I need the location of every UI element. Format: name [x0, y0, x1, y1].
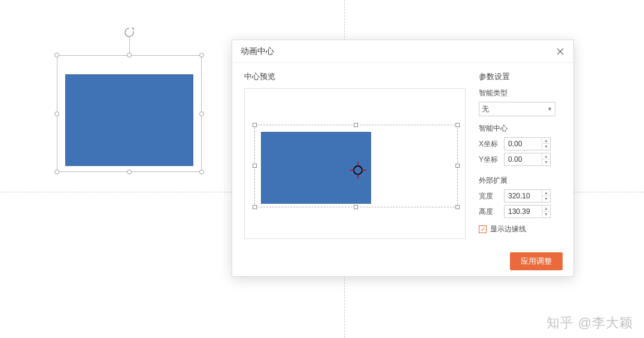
resize-handle-tl[interactable]	[54, 53, 59, 58]
w-spin-down[interactable]: ▼	[542, 196, 550, 202]
height-input[interactable]: 130.39 ▲▼	[504, 205, 551, 218]
width-input[interactable]: 320.10 ▲▼	[504, 189, 551, 203]
extent-handle-bm[interactable]	[354, 205, 358, 209]
y-coord-value: 0.00	[505, 155, 542, 164]
x-coord-input[interactable]: 0.00 ▲▼	[504, 137, 551, 150]
w-spin-up[interactable]: ▲	[542, 190, 550, 196]
smart-type-select[interactable]: 无 ▼	[479, 102, 555, 116]
resize-handle-tm[interactable]	[127, 53, 132, 58]
extent-handle-ml[interactable]	[253, 164, 257, 168]
x-coord-label: X坐标	[479, 139, 504, 149]
width-value: 320.10	[505, 192, 542, 200]
smart-type-label: 智能类型	[479, 88, 563, 98]
apply-button[interactable]: 应用调整	[510, 252, 563, 270]
dialog-title: 动画中心	[241, 46, 274, 57]
extent-handle-tr[interactable]	[455, 123, 460, 127]
watermark-text: 知乎 @李大颖	[546, 314, 633, 332]
dialog-titlebar[interactable]: 动画中心	[232, 40, 573, 63]
resize-handle-bl[interactable]	[54, 170, 59, 174]
extent-handle-br[interactable]	[455, 205, 460, 209]
preview-section-title: 中心预览	[244, 71, 466, 82]
height-value: 130.39	[505, 207, 542, 216]
show-edge-line-label: 显示边缘线	[490, 224, 526, 234]
y-coord-label: Y坐标	[479, 155, 504, 165]
h-spin-down[interactable]: ▼	[542, 212, 550, 218]
x-spin-down[interactable]: ▼	[542, 144, 550, 150]
canvas-selected-object[interactable]	[57, 55, 202, 172]
smart-center-label: 智能中心	[479, 123, 563, 134]
resize-handle-br[interactable]	[199, 170, 204, 174]
params-section-title: 参数设置	[479, 71, 563, 82]
center-crosshair-icon[interactable]	[350, 162, 366, 181]
resize-handle-tr[interactable]	[199, 53, 204, 58]
y-coord-input[interactable]: 0.00 ▲▼	[504, 153, 551, 166]
smart-type-value: 无	[482, 104, 489, 114]
rotation-handle-icon[interactable]	[123, 26, 135, 41]
resize-handle-bm[interactable]	[127, 170, 132, 174]
chevron-down-icon: ▼	[547, 106, 552, 112]
height-label: 高度	[479, 207, 504, 217]
extent-handle-tm[interactable]	[354, 123, 358, 127]
external-extent-label: 外部扩展	[479, 176, 563, 186]
extent-handle-mr[interactable]	[455, 164, 460, 168]
h-spin-up[interactable]: ▲	[542, 206, 550, 212]
extent-handle-tl[interactable]	[253, 123, 257, 127]
x-coord-value: 0.00	[505, 140, 542, 148]
resize-handle-mr[interactable]	[199, 111, 204, 116]
y-spin-up[interactable]: ▲	[542, 153, 550, 159]
close-icon[interactable]	[555, 47, 565, 56]
center-preview-box[interactable]	[244, 88, 466, 239]
extent-handle-bl[interactable]	[253, 205, 257, 209]
checkbox-checked-icon: ✓	[479, 225, 487, 233]
show-edge-line-checkbox[interactable]: ✓ 显示边缘线	[479, 224, 563, 234]
width-label: 宽度	[479, 191, 504, 201]
animation-center-dialog: 动画中心 中心预览	[232, 40, 574, 277]
svg-point-0	[354, 166, 362, 174]
x-spin-up[interactable]: ▲	[542, 138, 550, 144]
shape-rectangle[interactable]	[65, 74, 193, 166]
y-spin-down[interactable]: ▼	[542, 159, 550, 165]
resize-handle-ml[interactable]	[54, 111, 59, 116]
